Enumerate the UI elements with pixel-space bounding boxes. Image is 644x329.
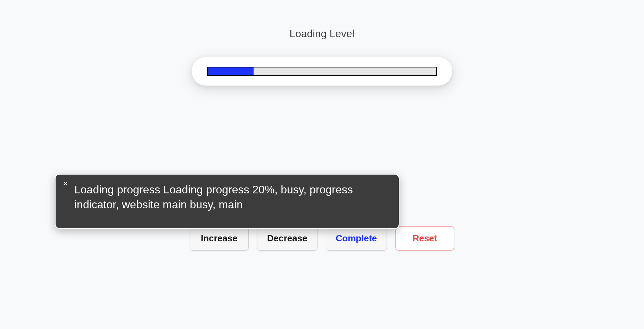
button-row: Increase Decrease Complete Reset xyxy=(0,226,644,251)
progress-bar xyxy=(207,67,437,76)
complete-button[interactable]: Complete xyxy=(326,226,387,251)
reset-button[interactable]: Reset xyxy=(395,226,454,251)
close-icon[interactable]: ✕ xyxy=(63,180,68,187)
main-container: Loading Level xyxy=(0,0,644,86)
decrease-button[interactable]: Decrease xyxy=(257,226,317,251)
progress-card xyxy=(192,57,452,86)
increase-button[interactable]: Increase xyxy=(190,226,249,251)
tooltip-text: Loading progress Loading progress 20%, b… xyxy=(74,182,389,212)
page-title: Loading Level xyxy=(290,28,355,40)
progress-fill xyxy=(208,67,254,75)
accessibility-tooltip: ✕ Loading progress Loading progress 20%,… xyxy=(55,174,399,229)
